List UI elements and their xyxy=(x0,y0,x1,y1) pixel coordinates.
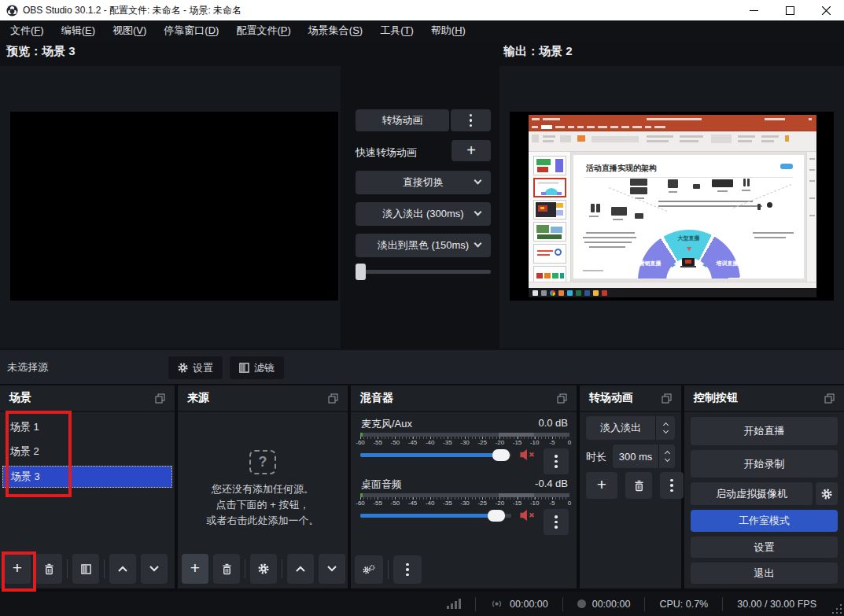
ppt-taskbar-icon xyxy=(576,290,581,296)
menu-item[interactable]: 配置文件(P) xyxy=(227,20,299,41)
scene-filters-button[interactable] xyxy=(72,554,99,584)
popout-icon[interactable] xyxy=(662,393,672,404)
menu-item-key: E xyxy=(85,24,92,36)
studio-mode-button[interactable]: 工作室模式 xyxy=(691,510,838,532)
meter-tick-label: -45 xyxy=(408,500,418,507)
minimize-button[interactable] xyxy=(735,0,772,20)
quick-transition-cut-dropdown[interactable]: 直接切换 xyxy=(356,171,491,194)
meter-tick-label: 0 xyxy=(568,439,571,446)
decor xyxy=(495,602,498,605)
meter-tick-label: -50 xyxy=(391,500,400,507)
mixer-channel-menu-button[interactable] xyxy=(544,509,569,535)
mixer-menu-button[interactable] xyxy=(393,555,422,584)
mute-button[interactable] xyxy=(519,509,536,523)
scene-list-item[interactable]: 场景 3 xyxy=(2,466,172,488)
maximize-button[interactable] xyxy=(772,0,808,20)
menu-item[interactable]: 视图(V) xyxy=(104,20,155,41)
status-bar: 00:00:00 00:00:00 CPU: 0.7% 30.00 / 30.0… xyxy=(0,592,844,616)
ppt-slide-thumbnail xyxy=(533,200,566,219)
ppt-taskbar-icon xyxy=(541,290,547,296)
stream-timer: 00:00:00 xyxy=(476,599,562,610)
add-transition-button[interactable]: + xyxy=(586,472,617,499)
chevron-down-icon xyxy=(474,240,482,248)
settings-button[interactable]: 设置 xyxy=(691,537,838,558)
volume-slider-handle[interactable] xyxy=(492,449,510,461)
remove-source-button[interactable] xyxy=(213,554,240,584)
remove-transition-button[interactable] xyxy=(625,472,652,499)
popout-icon[interactable] xyxy=(155,393,165,404)
meter-tick-labels: -60-55-50-45-40-35-30-25-20-15-10-50 xyxy=(360,500,569,507)
duration-input[interactable]: 300 ms xyxy=(613,444,658,468)
transition-menu-button[interactable] xyxy=(660,472,684,499)
ppt-slide-thumbnail xyxy=(533,178,566,197)
transition-slider-handle[interactable] xyxy=(356,264,366,280)
program-canvas[interactable]: 活动直播实现的架构 xyxy=(510,112,834,301)
move-scene-down-button[interactable] xyxy=(141,554,168,584)
menu-item[interactable]: 编辑(E) xyxy=(53,20,104,41)
decor xyxy=(680,135,703,138)
exit-button[interactable]: 退出 xyxy=(691,563,838,584)
preview-label: 预览：场景 3 xyxy=(6,44,76,59)
add-scene-button[interactable]: + xyxy=(4,554,31,584)
ppt-slide-logo xyxy=(780,164,793,169)
arrow-right-icon xyxy=(672,263,676,267)
popout-icon[interactable] xyxy=(328,393,338,404)
menu-item[interactable]: 文件(F) xyxy=(2,20,53,41)
decor xyxy=(613,219,623,220)
scene-list-item[interactable]: 场景 2 xyxy=(2,441,172,463)
popout-icon[interactable] xyxy=(557,393,567,404)
mixer-channel-menu-button[interactable] xyxy=(544,448,569,474)
transition-slider-track[interactable] xyxy=(356,270,491,274)
quick-transition-fade-black-dropdown[interactable]: 淡出到黑色 (150ms) xyxy=(356,234,491,257)
kebab-icon xyxy=(555,455,558,468)
preview-canvas[interactable] xyxy=(10,112,338,301)
start-virtual-camera-label: 启动虚拟摄像机 xyxy=(716,487,787,501)
remove-scene-button[interactable] xyxy=(35,554,62,584)
source-filters-button[interactable]: 滤镜 xyxy=(230,356,284,379)
menu-item[interactable]: 工具(T) xyxy=(371,20,422,41)
move-source-down-button[interactable] xyxy=(319,554,345,584)
quick-transition-fade-dropdown[interactable]: 淡入淡出 (300ms) xyxy=(356,202,491,226)
meter-tick-label: -35 xyxy=(443,439,452,446)
transitions-button[interactable]: 转场动画 xyxy=(356,109,449,131)
menu-item[interactable]: 场景集合(S) xyxy=(300,20,371,41)
virtual-camera-config-button[interactable] xyxy=(816,482,838,505)
controls-panel: 控制按钮 开始直播 开始录制 启动虚拟摄像机 工作室模式 设置 退出 xyxy=(684,385,844,588)
decor xyxy=(470,124,473,127)
resize-grip[interactable] xyxy=(831,603,842,614)
decor xyxy=(809,215,815,216)
duration-value: 300 ms xyxy=(619,451,653,463)
transition-select-spinner[interactable] xyxy=(655,416,675,440)
plus-icon: + xyxy=(190,559,200,577)
menu-item[interactable]: 帮助(H) xyxy=(422,20,474,41)
add-quick-transition-button[interactable]: + xyxy=(451,140,491,161)
advanced-audio-button[interactable] xyxy=(355,555,383,584)
mute-button[interactable] xyxy=(519,448,536,463)
sources-title: 来源 xyxy=(187,391,328,405)
move-scene-up-button[interactable] xyxy=(109,554,136,584)
popout-icon[interactable] xyxy=(824,393,835,404)
decor xyxy=(532,135,539,142)
mixer-toolbar xyxy=(355,555,422,584)
volume-slider-handle[interactable] xyxy=(488,510,505,522)
close-button[interactable] xyxy=(808,0,844,20)
transitions-menu-button[interactable] xyxy=(451,109,491,131)
start-streaming-button[interactable]: 开始直播 xyxy=(691,417,838,445)
volume-slider-track[interactable] xyxy=(360,453,511,457)
meter-tick-label: -30 xyxy=(460,500,470,507)
source-properties-button[interactable] xyxy=(250,554,277,584)
start-recording-button[interactable]: 开始录制 xyxy=(691,450,838,478)
scene-list-item[interactable]: 场景 1 xyxy=(2,416,172,437)
decor xyxy=(328,566,336,570)
transition-select[interactable]: 淡入淡出 xyxy=(586,416,655,440)
menu-item[interactable]: 停靠窗口(D) xyxy=(155,20,227,41)
volume-slider-track[interactable] xyxy=(360,514,511,518)
ppt-main-area: 活动直播实现的架构 xyxy=(529,152,816,282)
duration-spinner[interactable] xyxy=(658,444,675,468)
move-source-up-button[interactable] xyxy=(287,554,314,584)
question-mark-icon: ? xyxy=(249,450,276,474)
start-virtual-camera-button[interactable]: 启动虚拟摄像机 xyxy=(691,482,813,505)
decor xyxy=(765,118,785,120)
add-source-button[interactable]: + xyxy=(182,554,208,584)
source-settings-button[interactable]: 设置 xyxy=(168,356,223,379)
